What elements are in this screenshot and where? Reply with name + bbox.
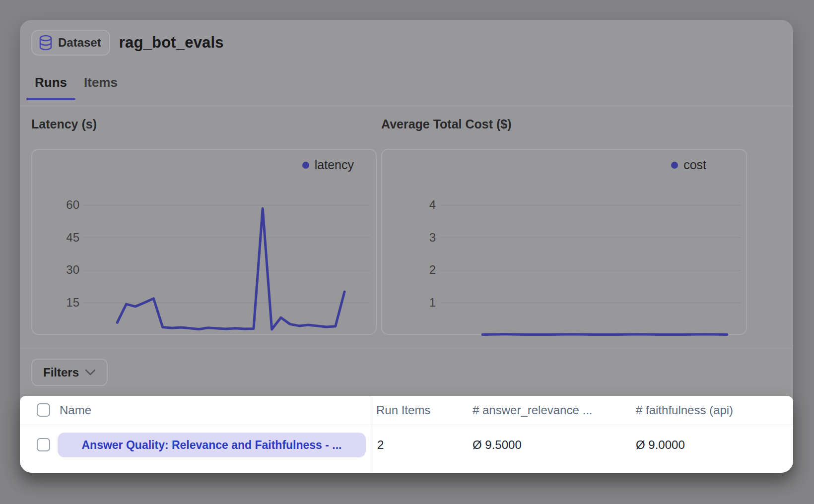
filters-button[interactable]: Filters — [31, 359, 108, 386]
latency-chart-title: Latency (s) — [31, 117, 97, 131]
chevron-down-icon — [85, 369, 96, 376]
dataset-panel: Dataset rag_bot_evals Runs Items Latency… — [20, 20, 793, 473]
cost-line-series — [382, 150, 748, 336]
table-header-row: Name Run Items # answer_relevance ... # … — [20, 396, 793, 425]
page-header: Dataset rag_bot_evals — [31, 30, 224, 56]
tabs: Runs Items — [26, 69, 126, 95]
cost-legend-label: cost — [683, 158, 706, 172]
column-header-name: Name — [60, 403, 91, 418]
faithfulness-value: Ø 9.0000 — [636, 438, 685, 452]
run-items-value: 2 — [377, 438, 384, 452]
active-tab-underline — [26, 98, 75, 100]
tab-runs[interactable]: Runs — [26, 69, 75, 95]
tab-items[interactable]: Items — [75, 69, 126, 95]
latency-line-series — [32, 150, 378, 336]
tabs-divider — [20, 106, 793, 106]
filters-button-label: Filters — [43, 366, 79, 379]
row-checkbox[interactable] — [37, 438, 50, 451]
tab-items-label: Items — [84, 75, 118, 90]
latency-legend: latency — [302, 158, 354, 172]
dataset-badge-label: Dataset — [58, 36, 101, 50]
select-all-checkbox[interactable] — [37, 403, 50, 417]
cost-legend-dot — [671, 162, 678, 169]
column-header-run-items: Run Items — [376, 403, 430, 418]
run-name-link[interactable]: Answer Quality: Relevance and Faithfulne… — [58, 433, 366, 457]
cost-chart: cost 1234 — [381, 149, 747, 335]
cost-legend: cost — [671, 158, 706, 172]
tab-runs-label: Runs — [35, 75, 67, 90]
latency-legend-label: latency — [315, 158, 354, 172]
database-icon — [38, 35, 53, 51]
latency-chart: latency 15304560 — [31, 149, 377, 335]
cost-chart-title: Average Total Cost ($) — [381, 117, 512, 131]
column-header-faithfulness: # faithfulness (api) — [636, 403, 733, 418]
runs-table: Name Run Items # answer_relevance ... # … — [20, 396, 793, 473]
page-title: rag_bot_evals — [119, 34, 224, 52]
column-header-answer-relevance: # answer_relevance ... — [473, 403, 592, 418]
latency-legend-dot — [302, 162, 309, 169]
run-name-label: Answer Quality: Relevance and Faithfulne… — [81, 439, 341, 452]
section-divider — [20, 349, 793, 349]
table-row: Answer Quality: Relevance and Faithfulne… — [20, 425, 793, 473]
dataset-badge: Dataset — [31, 30, 110, 56]
answer-relevance-value: Ø 9.5000 — [473, 438, 522, 452]
